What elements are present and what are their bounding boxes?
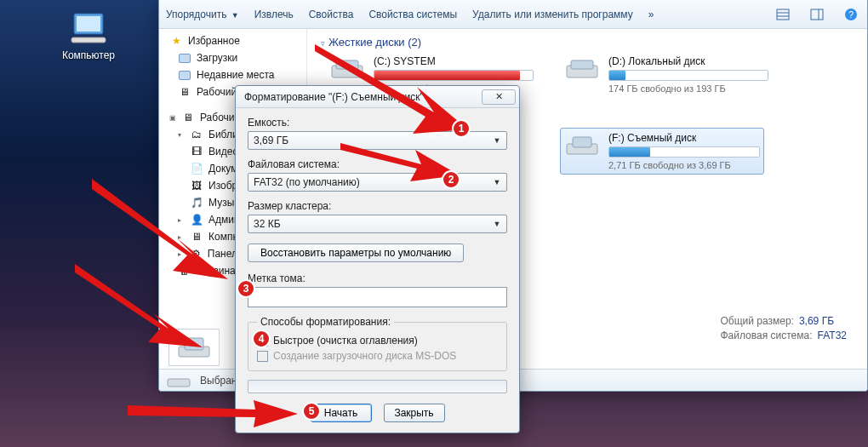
marker-4: 4 (252, 330, 271, 348)
svg-rect-1 (77, 16, 100, 32)
video-icon: 🎞 (190, 145, 203, 158)
toolbar-eject[interactable]: Извлечь (254, 9, 294, 20)
removable-icon (175, 335, 213, 360)
cluster-size-combo[interactable]: 32 КБ ▼ (248, 215, 507, 233)
filesystem-combo[interactable]: FAT32 (по умолчанию) ▼ (248, 173, 507, 192)
svg-rect-13 (571, 60, 593, 69)
music-icon: 🎵 (190, 196, 203, 209)
cluster-size-value: 32 КБ (254, 218, 281, 230)
library-icon: 🗂 (190, 128, 203, 141)
dialog-title: Форматирование "(F:) Съемный диск" (244, 91, 482, 103)
format-dialog: Форматирование "(F:) Съемный диск" ✕ Емк… (235, 85, 520, 433)
volume-label-input[interactable] (248, 287, 507, 307)
svg-rect-6 (811, 9, 823, 20)
hdd-icon (564, 55, 600, 83)
removable-icon (564, 132, 600, 159)
volume-label-label: Метка тома: (248, 272, 507, 284)
star-icon: ★ (169, 34, 183, 48)
marker-2: 2 (442, 170, 460, 189)
help-icon[interactable]: ? (842, 6, 860, 23)
restore-defaults-button[interactable]: Восстановить параметры по умолчанию (248, 244, 464, 262)
chevron-down-icon: ▼ (491, 218, 503, 230)
close-button[interactable]: Закрыть (384, 404, 445, 422)
desktop-computer-icon[interactable]: Компьютер (54, 12, 123, 61)
chevron-down-icon: ▼ (491, 135, 503, 146)
image-icon: 🖼 (190, 179, 203, 192)
quick-format-label: Быстрое (очистка оглавления) (273, 335, 418, 347)
svg-rect-16 (168, 379, 190, 387)
nav-downloads[interactable]: Загрузки (159, 49, 306, 66)
doc-icon: 📄 (190, 162, 203, 175)
nav-recent[interactable]: Недавние места (159, 66, 306, 83)
svg-text:?: ? (848, 9, 854, 20)
toolbar-sys-properties[interactable]: Свойства системы (368, 9, 457, 20)
toolbar-properties[interactable]: Свойства (309, 9, 354, 20)
toolbar-uninstall[interactable]: Удалить или изменить программу (472, 9, 633, 20)
status-drive-icon (166, 372, 191, 389)
recycle-icon: 🗑 (178, 264, 191, 278)
desktop-computer-label: Компьютер (54, 49, 123, 61)
drive-c-usage-bar (374, 70, 534, 81)
marker-1: 1 (452, 119, 471, 138)
format-methods-legend: Способы форматирования: (257, 316, 394, 328)
details-pane: Общий размер:3,69 ГБ Файловая система:FA… (720, 315, 847, 344)
filesystem-label: Файловая система: (248, 158, 507, 170)
checkbox-icon (257, 351, 268, 362)
cluster-size-label: Размер кластера: (248, 200, 507, 212)
svg-rect-3 (777, 9, 789, 20)
svg-rect-2 (71, 37, 106, 43)
nav-favorites[interactable]: ★Избранное (159, 32, 306, 49)
details-total-size-value: 3,69 ГБ (799, 315, 834, 327)
format-methods-group: Способы форматирования: Быстрое (очистка… (248, 316, 507, 371)
svg-rect-11 (336, 60, 358, 69)
details-filesystem-label: Файловая система: (720, 330, 812, 341)
folder-icon (178, 68, 191, 82)
folder-icon (178, 51, 191, 65)
drive-f-freespace: 2,71 ГБ свободно из 3,69 ГБ (608, 160, 760, 170)
drive-d-usage-bar (608, 70, 768, 81)
chevron-down-icon: ▼ (491, 176, 503, 188)
svg-rect-15 (573, 137, 591, 147)
format-progress-bar (248, 380, 507, 393)
desktop-icon: 🖥 (178, 85, 191, 99)
drive-f-usage-bar (608, 146, 760, 158)
view-mode-icon[interactable] (774, 6, 792, 23)
user-icon: 👤 (190, 213, 203, 226)
section-removable[interactable]: ▿и (3) (479, 112, 857, 125)
drive-d-freespace: 174 ГБ свободно из 193 ГБ (608, 83, 768, 94)
drive-c-name: (C:) SYSTEM (374, 55, 534, 67)
dialog-titlebar[interactable]: Форматирование "(F:) Съемный диск" ✕ (236, 86, 519, 108)
marker-5: 5 (302, 402, 321, 421)
section-hard-disks[interactable]: ▿Жесткие диски (2) (321, 36, 857, 49)
drive-f[interactable]: (F:) Съемный диск 2,71 ГБ свободно из 3,… (560, 128, 764, 175)
svg-rect-23 (185, 338, 203, 350)
filesystem-value: FAT32 (по умолчанию) (254, 176, 360, 188)
close-icon: ✕ (495, 91, 503, 102)
capacity-value: 3,69 ГБ (254, 135, 288, 146)
computer-icon: 🖥 (190, 230, 203, 244)
toolbar-more[interactable]: » (648, 9, 654, 20)
explorer-toolbar: Упорядочить ▼ Извлечь Свойства Свойства … (159, 0, 867, 29)
drive-d[interactable]: (D:) Локальный диск 174 ГБ свободно из 1… (564, 55, 768, 94)
hdd-icon (329, 55, 365, 83)
drive-f-name: (F:) Съемный диск (608, 132, 760, 144)
control-panel-icon: ⚙ (190, 247, 203, 261)
preview-pane-icon[interactable] (808, 6, 826, 23)
marker-3: 3 (237, 279, 255, 298)
msdos-boot-checkbox-row: Создание загрузочного диска MS-DOS (257, 348, 498, 364)
details-filesystem-value: FAT32 (818, 330, 847, 341)
dialog-close-button[interactable]: ✕ (482, 89, 516, 105)
details-total-size-label: Общий размер: (720, 315, 793, 327)
quick-format-checkbox-row[interactable]: Быстрое (очистка оглавления) (257, 333, 498, 348)
drive-d-name: (D:) Локальный диск (608, 55, 768, 67)
drive-thumbnail[interactable] (168, 329, 220, 366)
toolbar-organize[interactable]: Упорядочить ▼ (166, 9, 239, 20)
msdos-boot-label: Создание загрузочного диска MS-DOS (273, 350, 456, 362)
desktop-icon: 🖥 (181, 111, 195, 124)
